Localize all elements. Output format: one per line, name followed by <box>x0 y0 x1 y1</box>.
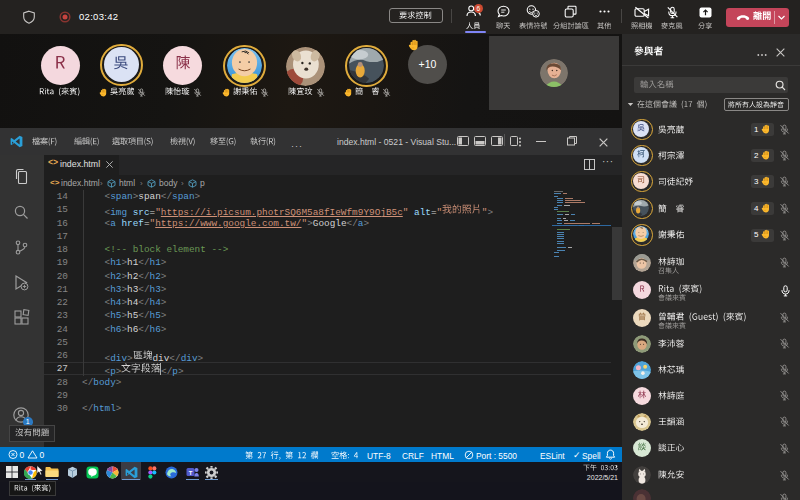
svg-text:0: 0 <box>40 450 45 460</box>
svg-text:0: 0 <box>20 450 25 460</box>
svg-text:T: T <box>189 470 193 476</box>
